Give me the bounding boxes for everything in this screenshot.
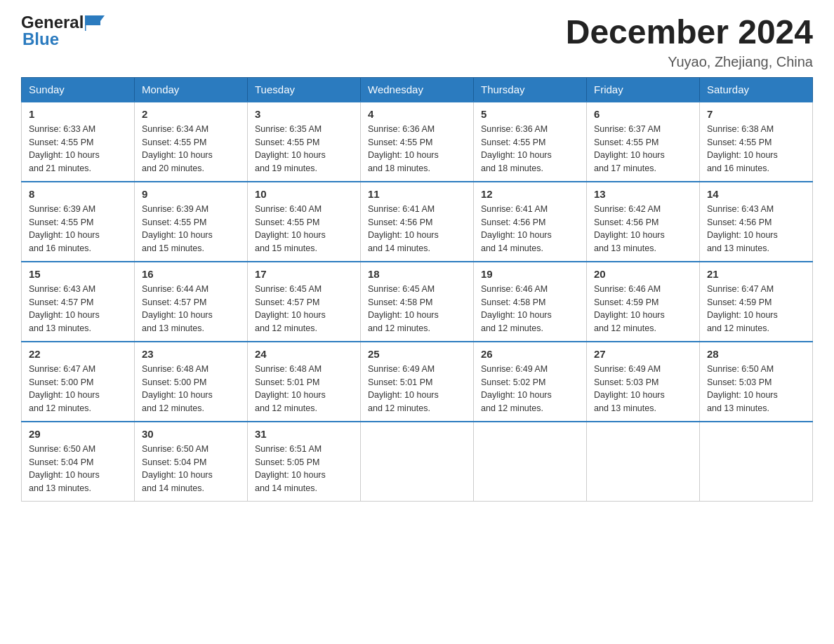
calendar-cell: 4 Sunrise: 6:36 AM Sunset: 4:55 PM Dayli… bbox=[361, 102, 474, 182]
day-info: Sunrise: 6:46 AM Sunset: 4:59 PM Dayligh… bbox=[594, 283, 692, 335]
day-number: 11 bbox=[368, 188, 466, 200]
day-number: 3 bbox=[255, 108, 353, 120]
day-number: 26 bbox=[481, 348, 579, 360]
day-number: 22 bbox=[29, 348, 127, 360]
header-monday: Monday bbox=[135, 77, 248, 102]
day-number: 18 bbox=[368, 268, 466, 280]
day-info: Sunrise: 6:40 AM Sunset: 4:55 PM Dayligh… bbox=[255, 203, 353, 255]
day-info: Sunrise: 6:46 AM Sunset: 4:58 PM Dayligh… bbox=[481, 283, 579, 335]
header-friday: Friday bbox=[587, 77, 700, 102]
day-number: 13 bbox=[594, 188, 692, 200]
calendar-cell: 5 Sunrise: 6:36 AM Sunset: 4:55 PM Dayli… bbox=[474, 102, 587, 182]
calendar-cell bbox=[700, 422, 813, 502]
day-info: Sunrise: 6:36 AM Sunset: 4:55 PM Dayligh… bbox=[368, 123, 466, 175]
calendar-cell: 21 Sunrise: 6:47 AM Sunset: 4:59 PM Dayl… bbox=[700, 262, 813, 342]
week-row-1: 1 Sunrise: 6:33 AM Sunset: 4:55 PM Dayli… bbox=[22, 102, 813, 182]
calendar-cell: 15 Sunrise: 6:43 AM Sunset: 4:57 PM Dayl… bbox=[22, 262, 135, 342]
day-number: 14 bbox=[707, 188, 805, 200]
day-number: 17 bbox=[255, 268, 353, 280]
calendar-cell bbox=[474, 422, 587, 502]
header-wednesday: Wednesday bbox=[361, 77, 474, 102]
calendar-cell: 13 Sunrise: 6:42 AM Sunset: 4:56 PM Dayl… bbox=[587, 182, 700, 262]
calendar-cell: 23 Sunrise: 6:48 AM Sunset: 5:00 PM Dayl… bbox=[135, 342, 248, 422]
day-number: 27 bbox=[594, 348, 692, 360]
calendar-cell: 27 Sunrise: 6:49 AM Sunset: 5:03 PM Dayl… bbox=[587, 342, 700, 422]
logo: General Blue bbox=[21, 14, 105, 48]
day-info: Sunrise: 6:34 AM Sunset: 4:55 PM Dayligh… bbox=[142, 123, 240, 175]
header-thursday: Thursday bbox=[474, 77, 587, 102]
day-info: Sunrise: 6:39 AM Sunset: 4:55 PM Dayligh… bbox=[142, 203, 240, 255]
day-number: 1 bbox=[29, 108, 127, 120]
calendar-cell: 31 Sunrise: 6:51 AM Sunset: 5:05 PM Dayl… bbox=[248, 422, 361, 502]
day-info: Sunrise: 6:35 AM Sunset: 4:55 PM Dayligh… bbox=[255, 123, 353, 175]
day-number: 12 bbox=[481, 188, 579, 200]
day-number: 28 bbox=[707, 348, 805, 360]
day-number: 23 bbox=[142, 348, 240, 360]
day-info: Sunrise: 6:36 AM Sunset: 4:55 PM Dayligh… bbox=[481, 123, 579, 175]
day-info: Sunrise: 6:45 AM Sunset: 4:58 PM Dayligh… bbox=[368, 283, 466, 335]
day-info: Sunrise: 6:48 AM Sunset: 5:00 PM Dayligh… bbox=[142, 363, 240, 415]
day-number: 4 bbox=[368, 108, 466, 120]
day-number: 15 bbox=[29, 268, 127, 280]
calendar-cell: 20 Sunrise: 6:46 AM Sunset: 4:59 PM Dayl… bbox=[587, 262, 700, 342]
calendar-cell bbox=[587, 422, 700, 502]
calendar-cell: 30 Sunrise: 6:50 AM Sunset: 5:04 PM Dayl… bbox=[135, 422, 248, 502]
week-row-4: 22 Sunrise: 6:47 AM Sunset: 5:00 PM Dayl… bbox=[22, 342, 813, 422]
calendar-cell: 8 Sunrise: 6:39 AM Sunset: 4:55 PM Dayli… bbox=[22, 182, 135, 262]
day-number: 31 bbox=[255, 428, 353, 440]
day-number: 29 bbox=[29, 428, 127, 440]
calendar-cell: 14 Sunrise: 6:43 AM Sunset: 4:56 PM Dayl… bbox=[700, 182, 813, 262]
calendar-cell: 29 Sunrise: 6:50 AM Sunset: 5:04 PM Dayl… bbox=[22, 422, 135, 502]
calendar-cell: 19 Sunrise: 6:46 AM Sunset: 4:58 PM Dayl… bbox=[474, 262, 587, 342]
location-title: Yuyao, Zhejiang, China bbox=[566, 54, 813, 70]
header-sunday: Sunday bbox=[22, 77, 135, 102]
logo-general: General bbox=[21, 14, 105, 31]
day-number: 20 bbox=[594, 268, 692, 280]
calendar-cell: 1 Sunrise: 6:33 AM Sunset: 4:55 PM Dayli… bbox=[22, 102, 135, 182]
day-info: Sunrise: 6:47 AM Sunset: 5:00 PM Dayligh… bbox=[29, 363, 127, 415]
calendar-cell: 26 Sunrise: 6:49 AM Sunset: 5:02 PM Dayl… bbox=[474, 342, 587, 422]
header-tuesday: Tuesday bbox=[248, 77, 361, 102]
day-number: 10 bbox=[255, 188, 353, 200]
day-info: Sunrise: 6:47 AM Sunset: 4:59 PM Dayligh… bbox=[707, 283, 805, 335]
day-info: Sunrise: 6:38 AM Sunset: 4:55 PM Dayligh… bbox=[707, 123, 805, 175]
day-info: Sunrise: 6:44 AM Sunset: 4:57 PM Dayligh… bbox=[142, 283, 240, 335]
day-number: 2 bbox=[142, 108, 240, 120]
calendar-cell: 6 Sunrise: 6:37 AM Sunset: 4:55 PM Dayli… bbox=[587, 102, 700, 182]
day-number: 24 bbox=[255, 348, 353, 360]
logo-blue-text: Blue bbox=[22, 31, 105, 48]
week-row-5: 29 Sunrise: 6:50 AM Sunset: 5:04 PM Dayl… bbox=[22, 422, 813, 502]
day-info: Sunrise: 6:43 AM Sunset: 4:57 PM Dayligh… bbox=[29, 283, 127, 335]
title-area: December 2024 Yuyao, Zhejiang, China bbox=[566, 14, 813, 70]
day-info: Sunrise: 6:43 AM Sunset: 4:56 PM Dayligh… bbox=[707, 203, 805, 255]
day-info: Sunrise: 6:48 AM Sunset: 5:01 PM Dayligh… bbox=[255, 363, 353, 415]
day-info: Sunrise: 6:39 AM Sunset: 4:55 PM Dayligh… bbox=[29, 203, 127, 255]
page-header: General Blue December 2024 Yuyao, Zhejia… bbox=[21, 14, 813, 70]
calendar-cell: 9 Sunrise: 6:39 AM Sunset: 4:55 PM Dayli… bbox=[135, 182, 248, 262]
calendar-cell: 24 Sunrise: 6:48 AM Sunset: 5:01 PM Dayl… bbox=[248, 342, 361, 422]
day-number: 6 bbox=[594, 108, 692, 120]
day-info: Sunrise: 6:51 AM Sunset: 5:05 PM Dayligh… bbox=[255, 443, 353, 495]
calendar-cell: 22 Sunrise: 6:47 AM Sunset: 5:00 PM Dayl… bbox=[22, 342, 135, 422]
calendar-cell bbox=[361, 422, 474, 502]
day-number: 16 bbox=[142, 268, 240, 280]
week-row-2: 8 Sunrise: 6:39 AM Sunset: 4:55 PM Dayli… bbox=[22, 182, 813, 262]
calendar-cell: 28 Sunrise: 6:50 AM Sunset: 5:03 PM Dayl… bbox=[700, 342, 813, 422]
day-info: Sunrise: 6:45 AM Sunset: 4:57 PM Dayligh… bbox=[255, 283, 353, 335]
svg-marker-1 bbox=[100, 15, 105, 21]
month-title: December 2024 bbox=[566, 14, 813, 51]
day-number: 7 bbox=[707, 108, 805, 120]
calendar-cell: 16 Sunrise: 6:44 AM Sunset: 4:57 PM Dayl… bbox=[135, 262, 248, 342]
calendar-cell: 25 Sunrise: 6:49 AM Sunset: 5:01 PM Dayl… bbox=[361, 342, 474, 422]
calendar-cell: 11 Sunrise: 6:41 AM Sunset: 4:56 PM Dayl… bbox=[361, 182, 474, 262]
logo-flag-icon bbox=[85, 15, 105, 31]
calendar-cell: 3 Sunrise: 6:35 AM Sunset: 4:55 PM Dayli… bbox=[248, 102, 361, 182]
calendar-cell: 12 Sunrise: 6:41 AM Sunset: 4:56 PM Dayl… bbox=[474, 182, 587, 262]
day-number: 30 bbox=[142, 428, 240, 440]
day-number: 8 bbox=[29, 188, 127, 200]
day-info: Sunrise: 6:41 AM Sunset: 4:56 PM Dayligh… bbox=[481, 203, 579, 255]
day-info: Sunrise: 6:42 AM Sunset: 4:56 PM Dayligh… bbox=[594, 203, 692, 255]
calendar-cell: 2 Sunrise: 6:34 AM Sunset: 4:55 PM Dayli… bbox=[135, 102, 248, 182]
calendar-cell: 18 Sunrise: 6:45 AM Sunset: 4:58 PM Dayl… bbox=[361, 262, 474, 342]
week-row-3: 15 Sunrise: 6:43 AM Sunset: 4:57 PM Dayl… bbox=[22, 262, 813, 342]
